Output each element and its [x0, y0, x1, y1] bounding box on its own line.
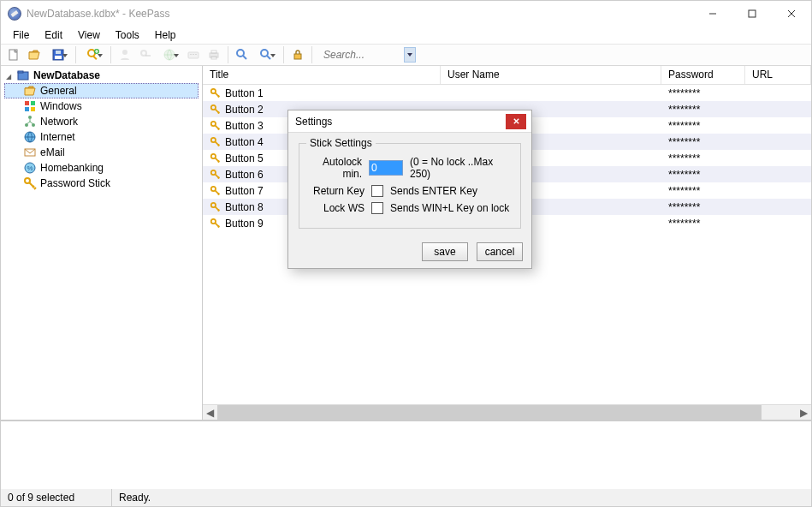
key-icon	[210, 120, 222, 132]
window-minimize-button[interactable]	[693, 2, 732, 27]
svg-point-9	[122, 50, 127, 55]
scroll-track[interactable]	[217, 405, 797, 420]
entry-title: Button 4	[225, 136, 264, 148]
entry-password: ********	[661, 104, 745, 116]
status-selection: 0 of 9 selected	[1, 489, 112, 506]
svg-rect-13	[188, 52, 199, 58]
entry-password: ********	[661, 136, 745, 148]
database-icon	[16, 69, 30, 82]
tree-item-label: General	[40, 85, 77, 97]
tree-root[interactable]: NewDatabase	[4, 68, 199, 83]
scroll-left-icon[interactable]: ◀	[203, 405, 217, 420]
tree-item-homebanking[interactable]: % Homebanking	[4, 160, 199, 176]
save-icon[interactable]	[45, 45, 71, 64]
menu-edit[interactable]: Edit	[38, 27, 69, 43]
autotype-icon[interactable]	[184, 45, 203, 64]
key-icon	[210, 136, 222, 148]
tree-item-internet[interactable]: Internet	[4, 129, 199, 145]
status-ready: Ready.	[112, 489, 811, 506]
stick-settings-group: Stick Settings Autolock min. (0 = No loc…	[299, 143, 521, 229]
group-tree: NewDatabase General Windows Network Inte…	[1, 66, 203, 420]
col-url[interactable]: URL	[745, 66, 811, 84]
svg-rect-19	[211, 57, 216, 59]
entry-title: Button 3	[225, 120, 264, 132]
window-maximize-button[interactable]	[732, 2, 772, 27]
tree-item-email[interactable]: eMail	[4, 145, 199, 160]
lock-ws-desc: Sends WIN+L Key on lock	[390, 202, 509, 214]
print-icon[interactable]	[204, 45, 223, 64]
entry-password: ********	[661, 218, 745, 230]
entry-title: Button 7	[225, 185, 264, 197]
tree-item-general[interactable]: General	[4, 83, 199, 98]
scroll-right-icon[interactable]: ▶	[797, 405, 811, 420]
search-dropdown-button[interactable]	[404, 47, 416, 63]
status-bar: 0 of 9 selected Ready.	[1, 489, 811, 506]
dialog-close-button[interactable]	[506, 114, 526, 129]
tree-item-label: Network	[40, 116, 78, 128]
toolbar-search	[320, 46, 416, 63]
return-key-checkbox[interactable]	[371, 185, 383, 197]
entry-title: Button 1	[225, 87, 264, 99]
return-key-desc: Sends ENTER Key	[390, 185, 477, 197]
menu-help[interactable]: Help	[148, 27, 183, 43]
entry-title: Button 5	[225, 152, 264, 164]
lock-ws-checkbox[interactable]	[371, 202, 383, 214]
svg-point-6	[88, 50, 95, 57]
find-icon[interactable]	[233, 45, 252, 64]
svg-point-21	[261, 50, 268, 57]
find-in-icon[interactable]	[253, 45, 279, 64]
window-title: NewDatabase.kdbx* - KeePass	[27, 8, 693, 20]
entry-password: ********	[661, 185, 745, 197]
key-icon	[210, 201, 222, 213]
dialog-title: Settings	[295, 116, 506, 128]
menu-tools[interactable]: Tools	[109, 27, 146, 43]
entry-title: Button 6	[225, 169, 264, 181]
scroll-thumb[interactable]	[217, 405, 762, 420]
toolbar	[1, 44, 811, 66]
title-bar: NewDatabase.kdbx* - KeePass	[1, 1, 811, 27]
cancel-button[interactable]: cancel	[477, 242, 523, 261]
entry-password: ********	[661, 201, 745, 213]
tree-item-network[interactable]: Network	[4, 114, 199, 129]
folder-open-icon	[23, 84, 37, 98]
add-entry-icon[interactable]	[80, 45, 106, 64]
open-file-icon[interactable]	[25, 45, 44, 64]
entry-title: Button 9	[225, 218, 264, 230]
menu-view[interactable]: View	[71, 27, 107, 43]
col-username[interactable]: User Name	[441, 66, 661, 84]
new-file-icon[interactable]	[4, 45, 23, 64]
svg-rect-0	[749, 10, 756, 17]
col-title[interactable]: Title	[203, 66, 441, 84]
key-icon	[210, 104, 222, 116]
lock-workspace-icon[interactable]	[288, 45, 307, 64]
copy-password-icon[interactable]	[136, 45, 155, 64]
key-icon	[210, 218, 222, 230]
key-icon	[210, 152, 222, 164]
autolock-label: Autolock min.	[308, 156, 362, 180]
key-icon	[210, 169, 222, 181]
copy-user-icon[interactable]	[116, 45, 134, 64]
tree-item-windows[interactable]: Windows	[4, 98, 199, 114]
tree-item-label: Windows	[40, 100, 82, 112]
mail-icon	[23, 146, 37, 159]
lock-ws-label: Lock WS	[308, 202, 365, 214]
col-password[interactable]: Password	[661, 66, 745, 84]
app-icon	[8, 7, 21, 21]
return-key-label: Return Key	[308, 185, 365, 197]
autolock-input[interactable]	[369, 160, 403, 176]
window-close-button[interactable]	[772, 2, 811, 27]
menu-file[interactable]: File	[6, 27, 36, 43]
horizontal-scrollbar[interactable]: ◀ ▶	[203, 404, 811, 420]
tree-item-label: eMail	[40, 146, 65, 158]
entry-row[interactable]: Button 1********	[203, 85, 811, 101]
save-button[interactable]: save	[422, 242, 468, 261]
tree-root-label: NewDatabase	[33, 69, 100, 81]
globe-icon	[23, 130, 37, 144]
dialog-titlebar[interactable]: Settings	[288, 110, 531, 133]
search-input[interactable]	[320, 46, 404, 63]
expand-caret-icon[interactable]	[6, 69, 13, 81]
tree-item-password-stick[interactable]: Password Stick	[4, 176, 199, 191]
open-url-icon[interactable]	[157, 45, 182, 64]
svg-rect-16	[195, 54, 197, 55]
entry-password: ********	[661, 169, 745, 181]
